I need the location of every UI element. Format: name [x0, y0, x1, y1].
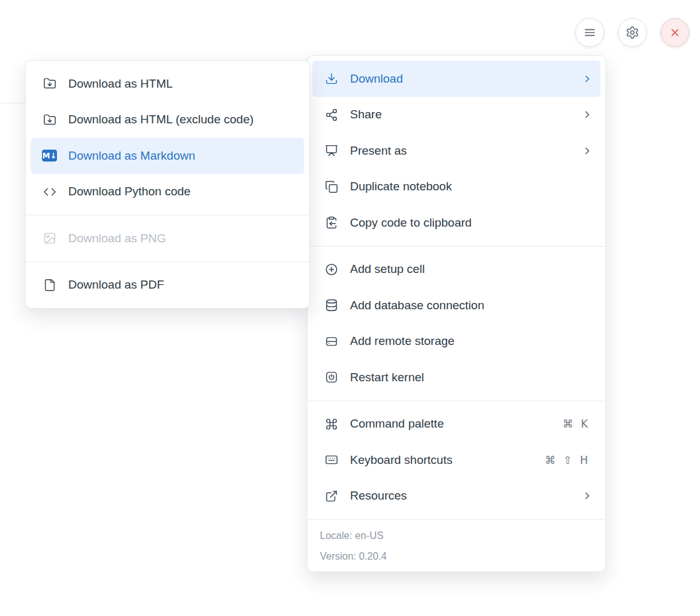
page-divider: [0, 103, 26, 103]
menu-item-label: Copy code to clipboard: [350, 216, 593, 230]
menu-item-restart-kernel[interactable]: Restart kernel: [312, 359, 600, 396]
duplicate-icon: [324, 179, 339, 194]
folder-download-icon: [42, 112, 57, 127]
external-link-icon: [324, 488, 339, 503]
menu-item-download[interactable]: Download: [312, 61, 600, 97]
menu-item-share[interactable]: Share: [312, 97, 600, 133]
download-icon: [324, 71, 339, 86]
folder-download-icon: [42, 76, 57, 91]
menu-item-add-database-connection[interactable]: Add database connection: [312, 287, 600, 324]
locale-text: Locale: en-US: [320, 525, 593, 546]
power-icon: [324, 370, 339, 385]
menu-item-label: Keyboard shortcuts: [350, 453, 533, 467]
submenu-item-download-pdf[interactable]: Download as PDF: [31, 267, 304, 304]
menu-item-label: Present as: [350, 144, 570, 158]
menu-button[interactable]: [575, 18, 604, 47]
submenu-item-download-html[interactable]: Download as HTML: [31, 66, 304, 102]
image-icon: [42, 231, 57, 246]
chevron-right-icon: [582, 73, 593, 85]
shortcut-hint: ⌘ K: [562, 418, 593, 430]
menu-item-label: Download as PNG: [68, 232, 297, 245]
close-icon: [668, 26, 682, 39]
menu-item-label: Command palette: [350, 417, 551, 431]
menu-item-label: Download as PDF: [68, 278, 297, 292]
menu-footer: Locale: en-US Version: 0.20.4: [307, 519, 605, 572]
menu-item-label: Download: [350, 72, 570, 86]
submenu-item-download-png: Download as PNG: [31, 220, 304, 257]
menu-item-keyboard-shortcuts[interactable]: Keyboard shortcuts ⌘ ⇧ H: [312, 442, 600, 478]
hamburger-icon: [583, 26, 597, 39]
menu-item-label: Download as Markdown: [68, 149, 297, 163]
submenu-item-download-markdown[interactable]: M↓ Download as Markdown: [31, 138, 304, 174]
clipboard-copy-icon: [324, 215, 339, 230]
menu-item-label: Resources: [350, 489, 570, 503]
menu-item-label: Restart kernel: [350, 371, 593, 384]
code-icon: [42, 184, 57, 199]
chevron-right-icon: [582, 145, 593, 157]
settings-button[interactable]: [618, 18, 647, 47]
menu-item-command-palette[interactable]: Command palette ⌘ K: [312, 406, 600, 443]
hard-drive-icon: [324, 334, 339, 349]
menu-item-label: Duplicate notebook: [350, 180, 593, 193]
menu-divider: [26, 262, 309, 262]
chevron-right-icon: [582, 490, 593, 501]
keyboard-icon: [324, 453, 339, 468]
menu-item-copy-code[interactable]: Copy code to clipboard: [312, 205, 600, 241]
presentation-icon: [324, 143, 339, 158]
menu-item-label: Add remote storage: [350, 334, 593, 348]
share-icon: [324, 107, 339, 122]
menu-item-duplicate-notebook[interactable]: Duplicate notebook: [312, 169, 600, 205]
menu-item-label: Add database connection: [350, 299, 593, 312]
version-text: Version: 0.20.4: [320, 546, 593, 567]
menu-item-add-remote-storage[interactable]: Add remote storage: [312, 324, 600, 360]
shortcut-hint: ⌘ ⇧ H: [545, 454, 593, 466]
gear-icon: [625, 26, 639, 39]
menu-item-present-as[interactable]: Present as: [312, 133, 600, 169]
markdown-icon: M↓: [42, 148, 57, 163]
database-icon: [324, 298, 339, 313]
menu-divider: [307, 246, 605, 247]
menu-item-resources[interactable]: Resources: [312, 478, 600, 515]
menu-divider: [307, 401, 605, 401]
command-icon: [324, 416, 339, 431]
menu-item-label: Share: [350, 108, 570, 121]
notebook-actions-menu: Download Share Present as Duplicate note…: [307, 55, 606, 572]
menu-item-label: Add setup cell: [350, 262, 593, 276]
download-submenu: Download as HTML Download as HTML (exclu…: [25, 60, 310, 309]
submenu-item-download-html-exclude-code[interactable]: Download as HTML (exclude code): [31, 102, 304, 138]
menu-item-label: Download Python code: [68, 185, 297, 198]
menu-divider: [26, 215, 309, 215]
close-button[interactable]: [661, 18, 689, 47]
plus-circle-icon: [324, 262, 339, 277]
menu-item-add-setup-cell[interactable]: Add setup cell: [312, 252, 600, 288]
file-icon: [42, 277, 57, 292]
submenu-item-download-python-code[interactable]: Download Python code: [31, 174, 304, 210]
menu-item-label: Download as HTML: [68, 77, 297, 91]
menu-item-label: Download as HTML (exclude code): [68, 113, 297, 126]
chevron-right-icon: [582, 109, 593, 120]
